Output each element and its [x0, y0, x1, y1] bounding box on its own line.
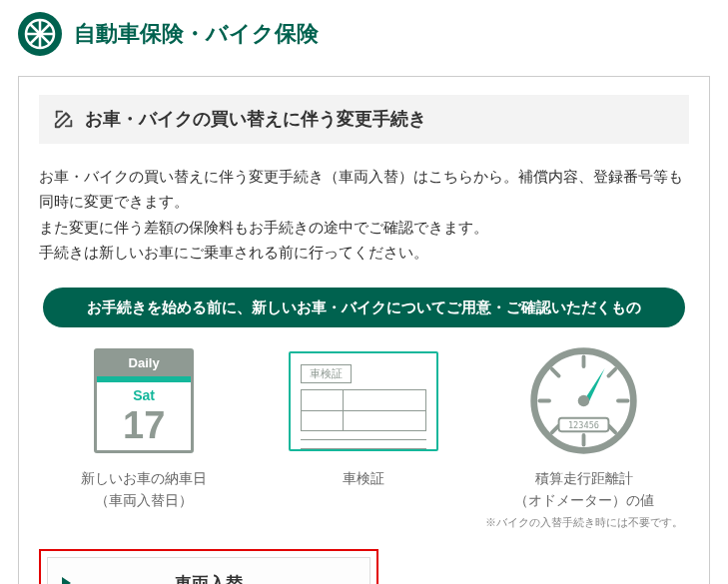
- prep-item-delivery-date: Daily Sat 17 新しいお車の納車日 （車両入替日）: [39, 341, 249, 512]
- card-title: お車・バイクの買い替えに伴う変更手続き: [85, 105, 426, 134]
- odometer-digits: 123456: [568, 421, 599, 431]
- card-description: お車・バイクの買い替えに伴う変更手続き（車両入替）はこちらから。補償内容、登録番…: [39, 164, 689, 266]
- edit-icon: [53, 108, 75, 130]
- prep-label: 新しいお車の納車日: [39, 467, 249, 489]
- prep-item-odometer: 123456 積算走行距離計 （オドメーター）の値 ※バイクの入替手続き時には不…: [479, 341, 689, 531]
- procedure-card: お車・バイクの買い替えに伴う変更手続き お車・バイクの買い替えに伴う変更手続き（…: [18, 76, 710, 584]
- description-line: 手続きは新しいお車にご乗車される前に行ってください。: [39, 240, 689, 266]
- calendar-top-label: Daily: [97, 351, 191, 376]
- prep-item-inspection-cert: 車検証 車検証: [259, 341, 468, 489]
- play-triangle-icon: [62, 577, 71, 584]
- preparation-pill: お手続きを始める前に、新しいお車・バイクについてご用意・ご確認いただくもの: [43, 288, 685, 327]
- prep-sublabel: （オドメーター）の値: [479, 489, 689, 511]
- prep-note: ※バイクの入替手続き時には不要です。: [479, 514, 689, 532]
- svg-point-20: [578, 395, 590, 407]
- page-header: 自動車保険・バイク保険: [18, 12, 710, 56]
- calendar-icon: Daily Sat 17: [39, 341, 249, 461]
- svg-line-6: [31, 25, 41, 35]
- description-line: また変更に伴う差額の保険料もお手続きの途中でご確認できます。: [39, 215, 689, 241]
- calendar-day-number: 17: [97, 406, 191, 450]
- calendar-weekday: Sat: [97, 384, 191, 406]
- prep-label: 積算走行距離計: [479, 467, 689, 489]
- odometer-icon: 123456: [479, 341, 689, 461]
- document-icon: 車検証: [259, 341, 468, 461]
- svg-line-8: [40, 25, 50, 35]
- document-title: 車検証: [301, 364, 352, 384]
- action-highlight-frame: 車両入替: [39, 549, 378, 584]
- prep-sublabel: （車両入替日）: [39, 489, 249, 511]
- action-button-label: 車両入替: [48, 570, 369, 584]
- svg-line-7: [40, 34, 50, 44]
- prep-label: 車検証: [259, 467, 468, 489]
- vehicle-replace-button[interactable]: 車両入替: [47, 557, 370, 584]
- preparation-row: Daily Sat 17 新しいお車の納車日 （車両入替日） 車検証: [39, 341, 689, 531]
- page-title: 自動車保険・バイク保険: [74, 16, 319, 51]
- card-header: お車・バイクの買い替えに伴う変更手続き: [39, 95, 689, 144]
- svg-line-9: [31, 34, 41, 44]
- description-line: お車・バイクの買い替えに伴う変更手続き（車両入替）はこちらから。補償内容、登録番…: [39, 164, 689, 215]
- wheel-icon: [18, 12, 62, 56]
